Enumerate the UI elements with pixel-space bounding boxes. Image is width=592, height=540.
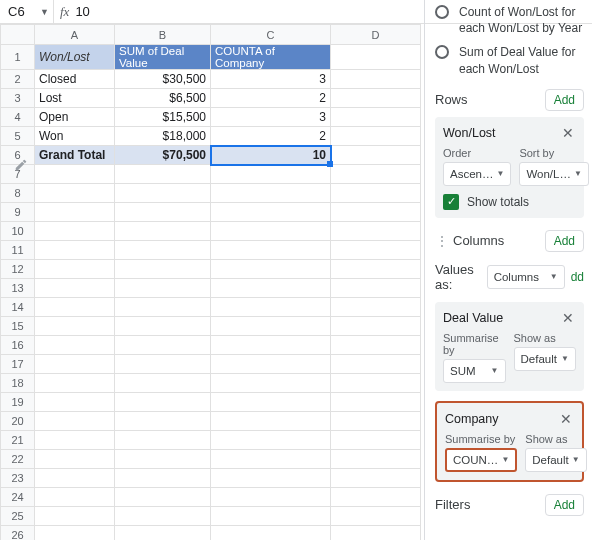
- row-header[interactable]: 25: [1, 507, 35, 526]
- row-header[interactable]: 10: [1, 222, 35, 241]
- cell[interactable]: [331, 184, 421, 203]
- cell[interactable]: [115, 260, 211, 279]
- cell[interactable]: COUNTA of Company: [211, 45, 331, 70]
- row-header[interactable]: 12: [1, 260, 35, 279]
- cell[interactable]: [211, 165, 331, 184]
- cell[interactable]: [35, 469, 115, 488]
- cell[interactable]: $18,000: [115, 127, 211, 146]
- row-header[interactable]: 11: [1, 241, 35, 260]
- cell[interactable]: [331, 146, 421, 165]
- cell[interactable]: [35, 507, 115, 526]
- cell[interactable]: [115, 336, 211, 355]
- name-box[interactable]: C6 ▼: [0, 0, 54, 23]
- cell[interactable]: [331, 279, 421, 298]
- row-header[interactable]: 16: [1, 336, 35, 355]
- cell[interactable]: Won/Lost: [35, 45, 115, 70]
- cell[interactable]: [211, 355, 331, 374]
- cell[interactable]: [331, 526, 421, 541]
- cell[interactable]: [115, 222, 211, 241]
- close-icon[interactable]: ✕: [560, 125, 576, 141]
- cell[interactable]: [331, 222, 421, 241]
- row-header[interactable]: 22: [1, 450, 35, 469]
- cell[interactable]: [331, 488, 421, 507]
- cell[interactable]: [331, 70, 421, 89]
- cell[interactable]: $70,500: [115, 146, 211, 165]
- cell[interactable]: [331, 89, 421, 108]
- cell[interactable]: [211, 241, 331, 260]
- cell[interactable]: 2: [211, 89, 331, 108]
- cell[interactable]: [35, 450, 115, 469]
- cell[interactable]: [35, 298, 115, 317]
- row-header[interactable]: 14: [1, 298, 35, 317]
- cell[interactable]: [211, 507, 331, 526]
- cell[interactable]: [331, 469, 421, 488]
- row-header[interactable]: 17: [1, 355, 35, 374]
- cell[interactable]: [211, 393, 331, 412]
- row-header[interactable]: 23: [1, 469, 35, 488]
- add-filters-button[interactable]: Add: [545, 494, 584, 516]
- cell[interactable]: [35, 317, 115, 336]
- order-dropdown[interactable]: Ascen…▼: [443, 162, 511, 186]
- cell[interactable]: [115, 431, 211, 450]
- row-header[interactable]: 9: [1, 203, 35, 222]
- cell[interactable]: 3: [211, 70, 331, 89]
- cell[interactable]: Open: [35, 108, 115, 127]
- cell[interactable]: [331, 203, 421, 222]
- cell[interactable]: [35, 241, 115, 260]
- cell[interactable]: [211, 526, 331, 541]
- cell[interactable]: [115, 298, 211, 317]
- cell[interactable]: [211, 317, 331, 336]
- cell[interactable]: [35, 431, 115, 450]
- cell[interactable]: 3: [211, 108, 331, 127]
- cell[interactable]: [331, 260, 421, 279]
- cell[interactable]: [35, 488, 115, 507]
- cell[interactable]: [211, 298, 331, 317]
- row-header[interactable]: 20: [1, 412, 35, 431]
- cell[interactable]: [115, 412, 211, 431]
- cell[interactable]: [331, 450, 421, 469]
- cell[interactable]: [331, 374, 421, 393]
- cell[interactable]: $30,500: [115, 70, 211, 89]
- cell[interactable]: [331, 431, 421, 450]
- cell[interactable]: [331, 108, 421, 127]
- cell[interactable]: [35, 336, 115, 355]
- cell[interactable]: [331, 412, 421, 431]
- close-icon[interactable]: ✕: [558, 411, 574, 427]
- cell[interactable]: [115, 203, 211, 222]
- col-header-D[interactable]: D: [331, 25, 421, 45]
- cell[interactable]: [115, 374, 211, 393]
- pencil-icon[interactable]: [14, 158, 28, 172]
- row-header[interactable]: 13: [1, 279, 35, 298]
- summarise-dropdown[interactable]: COUN…▼: [445, 448, 517, 472]
- cell[interactable]: Closed: [35, 70, 115, 89]
- cell[interactable]: [35, 355, 115, 374]
- cell[interactable]: [331, 355, 421, 374]
- spreadsheet-grid[interactable]: ABCD1Won/LostSUM of Deal ValueCOUNTA of …: [0, 24, 422, 540]
- cell[interactable]: [35, 203, 115, 222]
- cell[interactable]: [211, 222, 331, 241]
- cell[interactable]: [35, 222, 115, 241]
- drag-handle-icon[interactable]: ⋮: [435, 233, 449, 249]
- cell[interactable]: [211, 469, 331, 488]
- cell[interactable]: 2: [211, 127, 331, 146]
- cell[interactable]: [211, 184, 331, 203]
- cell[interactable]: [35, 526, 115, 541]
- cell[interactable]: [115, 526, 211, 541]
- cell[interactable]: [115, 393, 211, 412]
- cell[interactable]: [35, 260, 115, 279]
- suggestion-item[interactable]: Count of Won/Lost for each Won/Lost by Y…: [435, 4, 584, 36]
- cell[interactable]: [211, 279, 331, 298]
- row-header[interactable]: 5: [1, 127, 35, 146]
- cell[interactable]: [115, 165, 211, 184]
- cell[interactable]: Won: [35, 127, 115, 146]
- cell[interactable]: [35, 374, 115, 393]
- col-header-B[interactable]: B: [115, 25, 211, 45]
- cell[interactable]: [211, 488, 331, 507]
- showas-dropdown[interactable]: Default▼: [514, 347, 577, 371]
- cell[interactable]: [211, 431, 331, 450]
- cell[interactable]: SUM of Deal Value: [115, 45, 211, 70]
- cell[interactable]: [115, 488, 211, 507]
- cell[interactable]: Grand Total: [35, 146, 115, 165]
- cell[interactable]: [115, 279, 211, 298]
- cell[interactable]: [115, 507, 211, 526]
